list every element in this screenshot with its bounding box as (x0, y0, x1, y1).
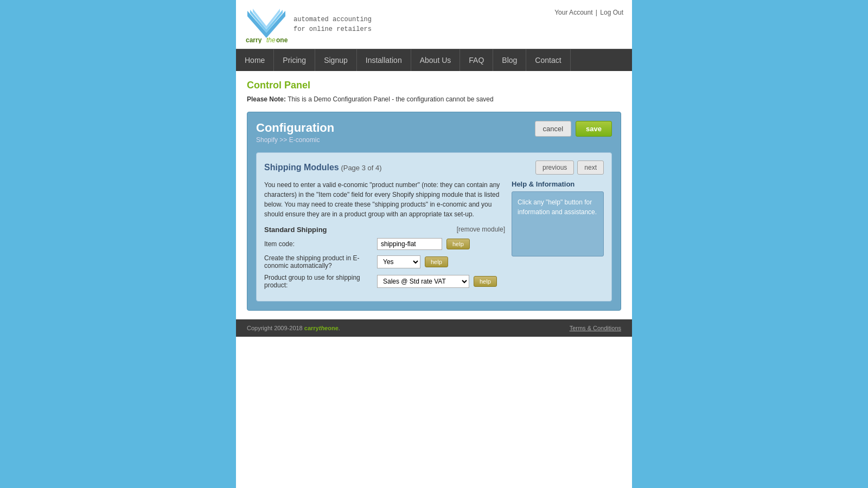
config-title-area: Configuration Shopify >> E-conomic (256, 121, 334, 144)
demo-note-text: This is a Demo Configuration Panel - the… (286, 95, 494, 103)
create-shipping-select[interactable]: Yes No (377, 255, 420, 268)
logo-icon: carry the one (245, 5, 288, 43)
product-group-select[interactable]: Sales @ Std rate VAT Sales @ Zero rate V… (377, 275, 469, 288)
header-links: Your Account | Log Out (554, 9, 623, 16)
create-shipping-label: Create the shipping product in E-conomic… (264, 254, 373, 269)
footer-copyright: Copyright 2009-2018 carrytheone. (247, 325, 340, 331)
terms-link[interactable]: Terms & Conditions (570, 325, 621, 331)
svg-text:one: one (276, 36, 288, 43)
demo-note: Please Note: This is a Demo Configuratio… (247, 95, 621, 103)
demo-note-prefix: Please Note: (247, 95, 286, 103)
nav-installation[interactable]: Installation (357, 49, 411, 71)
config-box: Configuration Shopify >> E-conomic cance… (247, 112, 621, 311)
page-footer: Copyright 2009-2018 carrytheone. Terms &… (236, 319, 632, 337)
svg-text:the: the (266, 36, 276, 43)
modules-body: You need to enter a valid e-conomic "pro… (264, 180, 604, 293)
nav-buttons: previous next (535, 160, 604, 175)
svg-text:carry: carry (246, 36, 262, 43)
product-group-help-button[interactable]: help (474, 276, 497, 287)
modules-title: Shipping Modules (264, 163, 339, 172)
nav-pricing[interactable]: Pricing (274, 49, 315, 71)
product-group-label: Product group to use for shipping produc… (264, 274, 373, 289)
standard-shipping-header: Standard Shipping [remove module] (264, 226, 505, 234)
item-code-row: Item code: help (264, 238, 505, 250)
logo-area: carry the one automated accounting for o… (245, 5, 372, 43)
save-button[interactable]: save (576, 121, 612, 137)
modules-description: You need to enter a valid e-conomic "pro… (264, 180, 505, 219)
remove-module-link[interactable]: [remove module] (457, 226, 505, 234)
help-panel: Help & Information Click any "help" butt… (512, 180, 604, 293)
tagline: automated accounting for online retailer… (293, 15, 372, 34)
page-title: Control Panel (247, 80, 621, 91)
create-shipping-row: Create the shipping product in E-conomic… (264, 254, 505, 269)
page-header: carry the one automated accounting for o… (236, 0, 632, 49)
footer-brand: carrytheone (304, 325, 339, 331)
nav-blog[interactable]: Blog (493, 49, 526, 71)
item-code-input[interactable] (377, 238, 442, 250)
modules-page: (Page 3 of 4) (341, 164, 381, 172)
copyright-text: Copyright 2009-2018 (247, 325, 304, 331)
help-info-content: Click any "help" button for information … (512, 191, 604, 256)
item-code-help-button[interactable]: help (446, 239, 470, 249)
nav-faq[interactable]: FAQ (460, 49, 493, 71)
nav-contact[interactable]: Contact (526, 49, 570, 71)
page-content: Control Panel Please Note: This is a Dem… (236, 71, 632, 319)
modules-title-area: Shipping Modules (Page 3 of 4) (264, 163, 382, 172)
item-code-label: Item code: (264, 240, 373, 248)
config-header: Configuration Shopify >> E-conomic cance… (256, 121, 612, 144)
next-button[interactable]: next (577, 160, 604, 175)
config-buttons: cancel save (535, 121, 612, 137)
create-shipping-help-button[interactable]: help (425, 256, 448, 267)
config-subtitle: Shopify >> E-conomic (256, 136, 334, 144)
main-nav: Home Pricing Signup Installation About U… (236, 49, 632, 71)
help-info-title: Help & Information (512, 180, 604, 188)
product-group-row: Product group to use for shipping produc… (264, 274, 505, 289)
previous-button[interactable]: previous (535, 160, 574, 175)
modules-main: You need to enter a valid e-conomic "pro… (264, 180, 505, 293)
your-account-link[interactable]: Your Account (554, 9, 592, 16)
modules-panel: Shipping Modules (Page 3 of 4) previous … (256, 152, 612, 301)
cancel-button[interactable]: cancel (535, 121, 572, 137)
nav-about-us[interactable]: About Us (411, 49, 461, 71)
modules-header: Shipping Modules (Page 3 of 4) previous … (264, 160, 604, 175)
help-info-text: Click any "help" button for information … (518, 198, 597, 216)
log-out-link[interactable]: Log Out (600, 9, 623, 16)
standard-shipping-label: Standard Shipping (264, 226, 327, 234)
config-title: Configuration (256, 121, 334, 135)
nav-signup[interactable]: Signup (315, 49, 357, 71)
nav-home[interactable]: Home (236, 49, 274, 71)
